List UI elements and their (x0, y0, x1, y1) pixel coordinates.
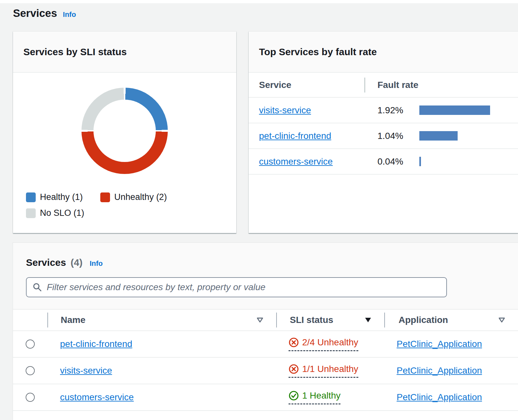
fault-row: customers-service 0.04% (249, 149, 518, 175)
row-select-radio[interactable] (26, 366, 35, 375)
fault-rate-card: Top Services by fault rate Service Fault… (249, 31, 518, 233)
sli-column-header[interactable]: SLI status (277, 315, 384, 325)
filter-services-input[interactable] (47, 278, 440, 297)
application-link[interactable]: PetClinic_Application (397, 339, 482, 349)
sli-donut-chart[interactable] (81, 88, 168, 174)
sli-column-label: SLI status (277, 315, 333, 325)
search-icon (32, 282, 42, 292)
services-grid-header: Name SLI status Application (13, 310, 518, 331)
sli-status-text: 1 Healthy (302, 390, 340, 401)
service-link[interactable]: visits-service (259, 105, 311, 115)
sli-card-title: Services by SLI status (23, 46, 127, 57)
table-row: customers-service 1 Healthy PetClinic_Ap… (13, 384, 518, 411)
row-select-radio[interactable] (26, 393, 35, 402)
sli-legend: Healthy (1) Unhealthy (2) No SLO (1) (26, 192, 201, 218)
fault-card-header: Top Services by fault rate (249, 31, 518, 73)
service-link[interactable]: pet-clinic-frontend (259, 131, 331, 141)
healthy-swatch-icon (26, 192, 36, 202)
top-nav-edge (0, 0, 518, 3)
page-info-link[interactable]: Info (63, 10, 76, 19)
unhealthy-swatch-icon (100, 192, 110, 202)
healthy-check-icon (289, 390, 299, 401)
fault-card-title: Top Services by fault rate (259, 46, 377, 57)
legend-item-unhealthy[interactable]: Unhealthy (2) (100, 192, 167, 202)
sli-status-badge: 1/1 Unhealthy (289, 364, 358, 378)
name-column-header[interactable]: Name (48, 315, 276, 325)
legend-label: Unhealthy (2) (114, 192, 167, 202)
sli-status-text: 1/1 Unhealthy (302, 364, 358, 374)
fault-rate-value: 1.04% (364, 131, 419, 141)
page-title: Services (13, 7, 57, 19)
services-count: (4) (70, 257, 82, 268)
unhealthy-x-icon (289, 337, 299, 348)
sli-status-badge: 1 Healthy (289, 390, 340, 404)
sli-status-text: 2/4 Unhealthy (302, 337, 358, 348)
application-column-header[interactable]: Application (385, 315, 518, 325)
fault-rate-value: 1.92% (364, 105, 419, 116)
fault-row: visits-service 1.92% (249, 98, 518, 123)
sli-donut-wrap (13, 88, 236, 174)
legend-item-healthy[interactable]: Healthy (1) (26, 192, 83, 202)
services-table-card: Services (4) Info Name SLI status (13, 243, 518, 420)
service-name-link[interactable]: pet-clinic-frontend (60, 339, 132, 349)
fault-col-rate: Fault rate (377, 80, 418, 90)
fault-rate-bar (419, 105, 490, 115)
sort-icon-outline[interactable] (256, 317, 264, 323)
name-column-label: Name (48, 315, 85, 325)
legend-label: Healthy (1) (40, 192, 83, 202)
filter-box[interactable] (26, 277, 447, 297)
service-name-link[interactable]: visits-service (60, 365, 112, 376)
application-link[interactable]: PetClinic_Application (397, 392, 482, 402)
fault-rate-bar (419, 131, 458, 141)
legend-item-no-slo[interactable]: No SLO (1) (26, 208, 84, 218)
service-link[interactable]: customers-service (259, 156, 333, 167)
fault-rate-bar (419, 157, 421, 166)
summary-cards-row: Services by SLI status Healthy (1) Unhea… (0, 31, 518, 233)
sort-icon-outline[interactable] (498, 317, 506, 323)
no-slo-swatch-icon (26, 208, 36, 218)
fault-rate-value: 0.04% (364, 156, 419, 167)
sli-status-card: Services by SLI status Healthy (1) Unhea… (13, 31, 236, 233)
row-select-radio[interactable] (26, 340, 35, 349)
fault-col-service: Service (259, 80, 291, 90)
services-info-link[interactable]: Info (90, 259, 103, 268)
services-table-title: Services (26, 257, 66, 268)
sort-icon-descending[interactable] (364, 317, 372, 323)
sli-card-header: Services by SLI status (13, 31, 236, 73)
sli-status-badge: 2/4 Unhealthy (289, 337, 358, 351)
fault-table-header: Service Fault rate (249, 73, 518, 98)
service-name-link[interactable]: customers-service (60, 392, 134, 402)
fault-row: pet-clinic-frontend 1.04% (249, 123, 518, 149)
page-header: Services Info (0, 3, 518, 22)
application-column-label: Application (385, 315, 448, 325)
table-row: visits-service 1/1 Unhealthy PetClinic_A… (13, 358, 518, 384)
legend-label: No SLO (1) (40, 208, 84, 218)
application-link[interactable]: PetClinic_Application (397, 365, 482, 376)
unhealthy-x-icon (289, 364, 299, 374)
services-table-header-zone: Services (4) Info (13, 243, 518, 310)
table-row: pet-clinic-frontend 2/4 Unhealthy PetCli… (13, 331, 518, 358)
